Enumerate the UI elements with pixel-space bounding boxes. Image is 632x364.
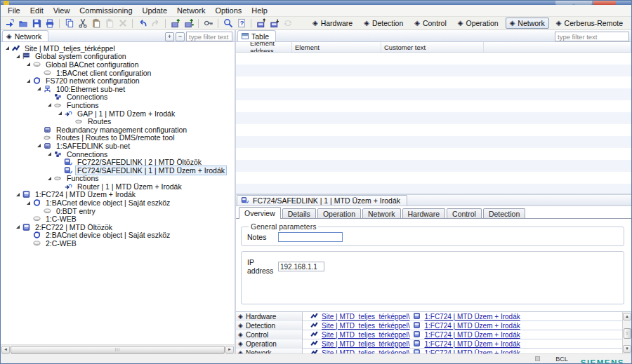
menu-help[interactable]: Help [246, 6, 272, 15]
expander-icon[interactable] [4, 46, 11, 50]
site-link[interactable]: Site | MTD_teljes_térképpel\ [322, 313, 409, 321]
editor-subtab-overview[interactable]: Overview [239, 207, 281, 219]
tree-item[interactable]: Global BACnet configuration [3, 60, 235, 69]
collapse-all-button[interactable]: − [176, 32, 185, 41]
tree-horizontal-scrollbar[interactable]: ◄ ||| ► [1, 344, 235, 353]
paste-button[interactable] [89, 18, 103, 29]
expander-icon[interactable] [15, 193, 21, 196]
password-button[interactable] [202, 18, 215, 29]
expander-icon[interactable] [25, 79, 32, 83]
perspective-hardware[interactable]: ◈Hardware [308, 18, 357, 29]
tree-item[interactable]: Functions [3, 101, 235, 109]
undo-button[interactable] [136, 18, 149, 29]
table-filter-input[interactable] [555, 32, 629, 41]
scroll-up-icon[interactable]: ▲ [623, 313, 631, 321]
tree-item[interactable]: FS720 network configuration [3, 76, 235, 85]
links-vertical-scrollbar[interactable]: ▲ ≡ ▼ [622, 312, 631, 353]
expander-icon[interactable] [46, 152, 53, 156]
close-button[interactable] [593, 1, 616, 5]
notes-input[interactable] [278, 232, 343, 242]
expander-icon[interactable] [15, 55, 21, 58]
tab-network-view[interactable]: ◈ Network [2, 30, 48, 41]
perspective-detection[interactable]: ◈Detection [360, 18, 407, 29]
tree-item[interactable]: 100:Ethernet sub-net [3, 85, 235, 93]
site-link[interactable]: Site | MTD_teljes_térképpel\ [322, 322, 409, 330]
editor-subtab-hardware[interactable]: Hardware [402, 208, 446, 218]
column-header-customer-text[interactable]: Customer text [381, 42, 484, 52]
editor-subtab-network[interactable]: Network [362, 208, 401, 218]
site-link[interactable]: Site | MTD_teljes_térképpel\ [322, 331, 409, 339]
import-project-button[interactable] [3, 18, 16, 29]
editor-tab-fc724[interactable]: FC724/SAFEDLINK | 1 | MTD Üzem + Irodák [237, 195, 407, 205]
editor-subtab-detection[interactable]: Detection [483, 208, 525, 218]
expander-icon[interactable] [25, 201, 32, 205]
menu-options[interactable]: Options [210, 6, 246, 15]
vscroll-thumb[interactable]: ≡ [624, 328, 631, 339]
tree-item[interactable]: 1:FC724 | MTD Üzem + Irodák [3, 191, 235, 199]
editor-subtab-details[interactable]: Details [282, 208, 316, 218]
export-to-panel-button[interactable] [254, 18, 268, 29]
ip-address-input[interactable] [278, 262, 324, 271]
load-to-panel-button[interactable] [169, 18, 182, 29]
element-link[interactable]: 1:FC724 | MTD Üzem + Irodák [424, 331, 520, 339]
menu-file[interactable]: File [3, 6, 25, 15]
load-delta-button[interactable] [182, 18, 195, 29]
open-button[interactable] [16, 18, 29, 29]
column-header-blank[interactable] [484, 42, 631, 52]
hscroll-thumb[interactable]: ||| [11, 346, 225, 353]
scroll-right-icon[interactable]: ► [225, 346, 234, 353]
perspective-network[interactable]: ◈Network [506, 18, 549, 29]
editor-subtab-operation[interactable]: Operation [317, 208, 361, 218]
expander-icon[interactable] [57, 112, 63, 115]
editor-subtab-control[interactable]: Control [447, 208, 482, 218]
tree-item[interactable]: Routes [3, 117, 235, 126]
tree-item[interactable]: 2:C-WEB [3, 239, 235, 248]
tree-item[interactable]: Functions [3, 175, 235, 183]
tree-item[interactable]: Global system configuration [3, 53, 235, 61]
tree-item[interactable]: 1:SAFEDLINK sub-net [3, 142, 235, 150]
expander-icon[interactable] [25, 62, 32, 66]
tree-item[interactable]: Redundancy management configuration [3, 126, 235, 134]
scroll-down-icon[interactable]: ▼ [623, 345, 631, 353]
expander-icon[interactable] [46, 103, 53, 107]
tree-item[interactable]: FC724/SAFEDLINK | 1 | MTD Üzem + Irodák [3, 166, 235, 175]
tab-table-view[interactable]: Table [237, 30, 276, 41]
tree-item[interactable]: Router | 1 | MTD Üzem + Irodák [3, 182, 235, 191]
save-button[interactable] [29, 18, 43, 29]
expander-icon[interactable] [36, 87, 42, 90]
tree-filter-input[interactable] [186, 32, 232, 41]
scroll-left-icon[interactable]: ◄ [1, 346, 10, 353]
element-link[interactable]: 1:FC724 | MTD Üzem + Irodák [424, 340, 520, 348]
tree-item[interactable]: 1:BACnet client configuration [3, 69, 235, 77]
copy-button[interactable] [62, 18, 76, 29]
menu-view[interactable]: View [48, 6, 75, 15]
tree-item[interactable]: Connections [3, 93, 235, 102]
element-link[interactable]: 1:FC724 | MTD Üzem + Irodák [424, 313, 520, 321]
maximize-button[interactable] [574, 1, 592, 5]
tree-item[interactable]: Routes | Routes to DMS/remote tool [3, 134, 235, 142]
minimize-button[interactable] [555, 1, 574, 5]
expander-icon[interactable] [46, 177, 53, 180]
tree-item[interactable]: GAP | 1 | MTD Üzem + Irodák [3, 109, 235, 118]
tree-item[interactable]: 0:BDT entry [3, 207, 235, 215]
tree-item[interactable]: Connections [3, 150, 235, 159]
perspective-operation[interactable]: ◈Operation [454, 18, 503, 29]
print-button[interactable] [43, 18, 56, 29]
expander-icon[interactable] [15, 225, 21, 229]
expander-icon[interactable] [36, 144, 42, 147]
tree-item[interactable]: 1:C-WEB [3, 215, 235, 223]
cut-button[interactable] [76, 18, 89, 29]
tree-item[interactable]: 1:BACnet device object | Saját eszköz [3, 198, 235, 207]
help-contents-button[interactable]: ? [235, 18, 248, 29]
expand-all-button[interactable]: + [165, 32, 174, 41]
column-header-element[interactable]: Element [292, 42, 381, 52]
perspective-cerberus-remote[interactable]: ◈Cerberus-Remote [552, 18, 627, 29]
search-button[interactable] [221, 18, 235, 29]
menu-update[interactable]: Update [138, 6, 172, 15]
element-link[interactable]: 1:FC724 | MTD Üzem + Irodák [424, 322, 520, 330]
site-link[interactable]: Site | MTD_teljes_térképpel\ [322, 340, 409, 348]
tree-item[interactable]: Site | MTD_teljes_térképpel [3, 44, 235, 53]
import-from-panel-button[interactable] [268, 18, 281, 29]
tree-item[interactable]: 2:FC722 | MTD Öltözök [3, 223, 235, 231]
menu-commissioning[interactable]: Commissioning [74, 6, 137, 15]
